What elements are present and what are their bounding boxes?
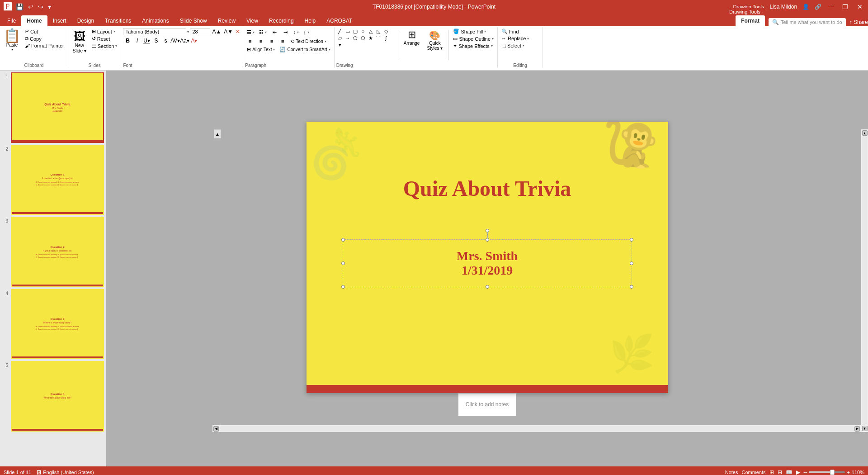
new-slide-button[interactable]: 🖼 NewSlide ▾	[70, 28, 89, 56]
undo-icon[interactable]: ↩	[27, 3, 35, 10]
shape-rtriangle-icon[interactable]: ◺	[375, 28, 382, 34]
tab-insert[interactable]: Insert	[47, 15, 72, 26]
restore-button[interactable]: ❐	[840, 3, 850, 10]
convert-smartart-button[interactable]: 🔄 Convert to SmartArt ▾	[278, 46, 332, 53]
zoom-level[interactable]: 110%	[852, 470, 864, 475]
section-button[interactable]: ☰ Section ▾	[90, 43, 119, 49]
align-text-button[interactable]: ⊟ Align Text ▾	[245, 46, 277, 53]
zoom-in-btn[interactable]: +	[847, 470, 849, 475]
slide-img-2[interactable]: Question 1 A true fact about [your topic…	[11, 145, 104, 215]
share-label[interactable]: ↑ Share	[849, 19, 868, 25]
notes-status-btn[interactable]: Notes	[725, 470, 738, 475]
shape-parallelogram-icon[interactable]: ▱	[336, 35, 344, 41]
underline-button[interactable]: U▾	[142, 37, 151, 45]
columns-button[interactable]: ⫿ ▾	[302, 29, 311, 35]
view-slideshow-btn[interactable]: ▶	[796, 469, 800, 475]
shape-freeform-icon[interactable]: ∫	[382, 35, 390, 41]
handle-bottom-center[interactable]	[486, 285, 489, 289]
tab-review[interactable]: Review	[212, 15, 241, 26]
cut-button[interactable]: ✂ Cut	[23, 28, 66, 35]
scroll-right-btn[interactable]: ▶	[854, 426, 860, 432]
tab-help[interactable]: Help	[299, 15, 321, 26]
view-normal-btn[interactable]: ⊞	[769, 469, 774, 475]
tab-acrobat[interactable]: ACROBAT	[321, 15, 358, 26]
minimize-button[interactable]: ─	[827, 3, 835, 10]
slide-img-1[interactable]: Quiz About Trivia Mrs. Smith 1/31/2019	[11, 72, 104, 143]
shape-pentagon-icon[interactable]: ⬠	[352, 35, 359, 41]
justify-button[interactable]: ≡	[278, 37, 288, 45]
redo-icon[interactable]: ↪	[37, 3, 45, 10]
close-button[interactable]: ✕	[855, 3, 864, 10]
main-slide[interactable]: 🐒 🌀 🌿 🦎 Quiz About Trivia Mrs. Smith 1/3…	[307, 122, 668, 393]
layout-button[interactable]: ⊞ Layout ▾	[90, 28, 119, 35]
shape-effects-button[interactable]: ✦ Shape Effects ▾	[451, 43, 495, 49]
view-reading-btn[interactable]: 📖	[786, 469, 793, 475]
decrease-indent-button[interactable]: ⇤	[269, 28, 279, 36]
slide-thumb-4[interactable]: 4 Question 3 Where is [your topic] found…	[2, 289, 104, 360]
profile-icon[interactable]: 👤	[802, 4, 809, 10]
scroll-down-btn[interactable]: ▼	[862, 426, 868, 431]
align-center-button[interactable]: ≡	[256, 37, 266, 45]
slide-panel-scroll-up[interactable]: ▲	[214, 129, 221, 138]
shape-star-icon[interactable]: ★	[367, 35, 374, 41]
arrange-button[interactable]: ⊞ Arrange	[401, 28, 423, 47]
clear-format-btn[interactable]: ✕	[235, 28, 241, 35]
subtitle-content[interactable]: Mrs. Smith 1/31/2019	[361, 249, 613, 278]
slide-img-3[interactable]: Question 2 A [your topic] is classified …	[11, 217, 104, 287]
save-icon[interactable]: 💾	[14, 3, 25, 10]
replace-button[interactable]: ↔ Replace ▾	[500, 35, 531, 42]
font-size-input[interactable]	[190, 28, 210, 35]
shape-triangle-icon[interactable]: △	[367, 28, 374, 34]
bullets-button[interactable]: ☰ ▾	[245, 29, 256, 36]
increase-indent-button[interactable]: ⇥	[280, 28, 290, 36]
tab-design[interactable]: Design	[72, 15, 99, 26]
handle-top-center[interactable]	[486, 238, 489, 242]
shape-outline-button[interactable]: ▭ Shape Outline ▾	[451, 35, 495, 42]
view-slide-sorter-btn[interactable]: ⊟	[778, 469, 782, 475]
scroll-up-btn[interactable]: ▲	[862, 130, 868, 136]
reset-button[interactable]: ↺ Reset	[90, 35, 119, 42]
paste-button[interactable]: 📋 Paste ▾	[2, 28, 22, 52]
shapes-more-icon[interactable]: ▾	[336, 42, 344, 48]
handle-mid-right[interactable]	[630, 261, 633, 265]
subtitle-selection-box[interactable]: Mrs. Smith 1/31/2019	[343, 239, 632, 287]
slide-img-4[interactable]: Question 3 Where is [your topic] found? …	[11, 289, 104, 360]
quick-styles-button[interactable]: 🎨 QuickStyles ▾	[424, 28, 445, 52]
zoom-handle[interactable]	[830, 470, 835, 475]
slide-thumb-1[interactable]: 1 Quiz About Trivia Mrs. Smith 1/31/2019	[2, 72, 104, 143]
tab-file[interactable]: File	[2, 15, 21, 26]
tab-home[interactable]: Home	[21, 15, 47, 26]
notes-placeholder[interactable]: Click to add notes	[466, 401, 509, 408]
align-left-button[interactable]: ≡	[245, 37, 255, 45]
spacing-button[interactable]: AV▾	[170, 37, 179, 45]
scroll-left-btn[interactable]: ◀	[213, 426, 219, 432]
slide-img-5[interactable]: Question 4 What does [your topic] eat?	[11, 361, 104, 432]
tab-recording[interactable]: Recording	[264, 15, 299, 26]
shape-rounded-rect-icon[interactable]: ▢	[352, 28, 359, 34]
horizontal-scrollbar[interactable]: ◀ ▶	[212, 425, 861, 432]
shape-line-icon[interactable]: ╱	[336, 28, 344, 34]
customize-qa-icon[interactable]: ▾	[47, 3, 52, 10]
tab-format[interactable]: Format	[736, 15, 765, 26]
handle-top-left[interactable]	[341, 238, 345, 242]
shape-curved-icon[interactable]: ⌒	[375, 35, 382, 41]
tab-animations[interactable]: Animations	[137, 15, 174, 26]
notes-area[interactable]: Click to add notes	[458, 393, 516, 416]
line-spacing-button[interactable]: ↕ ▾	[291, 29, 301, 35]
text-direction-button[interactable]: ⟲ Text Direction ▾	[288, 38, 328, 45]
shadow-button[interactable]: s	[161, 37, 170, 45]
shape-diamond-icon[interactable]: ◇	[382, 28, 390, 34]
share-icon[interactable]: 🔗	[815, 4, 821, 10]
vertical-scrollbar[interactable]: ▲ ▼	[861, 129, 868, 432]
font-color-button[interactable]: A▾	[189, 37, 198, 45]
tell-me-text[interactable]: Tell me what you want to do	[781, 19, 842, 25]
tab-slide-show[interactable]: Slide Show	[175, 15, 212, 26]
slide-title-text[interactable]: Quiz About Trivia	[403, 176, 571, 200]
strikethrough-button[interactable]: S	[151, 37, 160, 45]
font-name-arrow[interactable]: ▾	[187, 30, 189, 34]
font-size-decrease-btn[interactable]: A▼	[223, 28, 234, 35]
tab-view[interactable]: View	[241, 15, 264, 26]
slide-subtitle-line1[interactable]: Mrs. Smith	[361, 249, 613, 263]
tab-transitions[interactable]: Transitions	[99, 15, 137, 26]
comments-status-btn[interactable]: Comments	[741, 470, 765, 475]
